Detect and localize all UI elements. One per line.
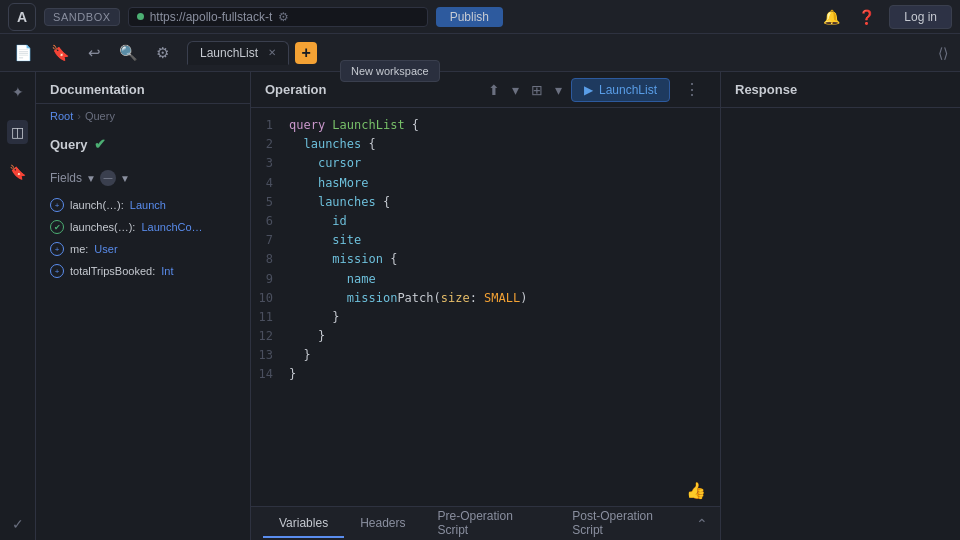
undo-icon[interactable]: ↩ [82, 40, 107, 66]
field-item[interactable]: + totalTripsBooked: Int [36, 260, 250, 282]
app-logo: A [8, 3, 36, 31]
line-number: 13 [251, 346, 289, 365]
operation-actions: ⬆ ▾ ⊞ ▾ ▶ LaunchList [485, 78, 670, 102]
field-type-label: User [94, 243, 117, 255]
doc-panel: Documentation Root › Query Query ✔ Field… [36, 72, 251, 540]
schema-icon[interactable]: ◫ [7, 120, 28, 144]
field-type-label: LaunchCo… [141, 221, 202, 233]
code-line: 4 hasMore [251, 174, 720, 193]
line-content: query LaunchList { [289, 116, 720, 135]
editor-panel: Operation ⬆ ▾ ⊞ ▾ ▶ LaunchList ⋮ 1query … [251, 72, 720, 540]
breadcrumb-separator: › [77, 110, 81, 122]
operation-title: Operation [265, 82, 477, 97]
bottom-tab-post-operation-script[interactable]: Post-Operation Script [556, 503, 696, 541]
field-name: launch(…): [70, 199, 124, 211]
field-type-icon: ✔ [50, 220, 64, 234]
fields-sort-icon[interactable]: ▼ [86, 173, 96, 184]
line-content: } [289, 346, 720, 365]
more-options-button[interactable]: ⋮ [678, 78, 706, 101]
url-bar[interactable]: https://apollo-fullstack-t ⚙ [128, 7, 428, 27]
tab-launchlist[interactable]: LaunchList ✕ [187, 41, 289, 65]
code-line: 7 site [251, 231, 720, 250]
bottom-tab-variables[interactable]: Variables [263, 510, 344, 538]
code-line: 11 } [251, 308, 720, 327]
field-type-icon: + [50, 198, 64, 212]
fields-filter-badge[interactable]: — [100, 170, 116, 186]
topbar: A SANDBOX https://apollo-fullstack-t ⚙ P… [0, 0, 960, 34]
doc-section-title: Query ✔ [50, 136, 236, 152]
fields-filter-icon[interactable]: ▼ [120, 173, 130, 184]
collapse-bottom-icon[interactable]: ⌃ [696, 516, 708, 532]
line-number: 11 [251, 308, 289, 327]
line-number: 2 [251, 135, 289, 154]
field-name: launches(…): [70, 221, 135, 233]
line-content: launches { [289, 193, 720, 212]
search-icon[interactable]: 🔍 [113, 40, 144, 66]
collapse-sidebar-button[interactable]: ⟨⟩ [934, 45, 952, 61]
expand-icon[interactable]: ▾ [509, 79, 522, 101]
bottom-tabs: VariablesHeadersPre-Operation ScriptPost… [251, 506, 720, 540]
line-content: id [289, 212, 720, 231]
line-number: 14 [251, 365, 289, 384]
response-title: Response [721, 72, 960, 108]
line-content: launches { [289, 135, 720, 154]
code-editor[interactable]: 1query LaunchList {2 launches {3 cursor4… [251, 108, 720, 475]
feedback-area: 👍 [251, 475, 720, 506]
code-line: 5 launches { [251, 193, 720, 212]
bookmark-icon[interactable]: 🔖 [45, 40, 76, 66]
code-line: 14} [251, 365, 720, 384]
code-line: 9 name [251, 270, 720, 289]
field-item[interactable]: + me: User [36, 238, 250, 260]
field-type-icon: + [50, 242, 64, 256]
sparkle-icon[interactable]: ✦ [8, 80, 28, 104]
code-line: 10 missionPatch(size: SMALL) [251, 289, 720, 308]
login-button[interactable]: Log in [889, 5, 952, 29]
line-number: 12 [251, 327, 289, 346]
url-text: https://apollo-fullstack-t [150, 10, 273, 24]
new-workspace-tooltip: New workspace [340, 60, 440, 82]
connection-status-dot [137, 13, 144, 20]
tab-label: LaunchList [200, 46, 258, 60]
field-type-icon: + [50, 264, 64, 278]
field-type-label: Launch [130, 199, 166, 211]
field-item[interactable]: ✔ launches(…): LaunchCo… [36, 216, 250, 238]
field-item[interactable]: + launch(…): Launch [36, 194, 250, 216]
editor-response-container: Operation ⬆ ▾ ⊞ ▾ ▶ LaunchList ⋮ 1query … [251, 72, 960, 540]
bookmark-sidebar-icon[interactable]: 🔖 [5, 160, 30, 184]
tab-close-icon[interactable]: ✕ [268, 47, 276, 58]
help-button[interactable]: ❓ [854, 5, 879, 29]
publish-button[interactable]: Publish [436, 7, 503, 27]
add-tab-button[interactable]: + [295, 42, 317, 64]
view-toggle-icon[interactable]: ▾ [552, 79, 565, 101]
field-name: totalTripsBooked: [70, 265, 155, 277]
document-icon[interactable]: 📄 [8, 40, 39, 66]
doc-header: Documentation [36, 72, 250, 104]
code-line: 8 mission { [251, 250, 720, 269]
fields-header: Fields ▼ — ▼ [36, 170, 250, 186]
bottom-tab-pre-operation-script[interactable]: Pre-Operation Script [422, 503, 557, 541]
line-content: site [289, 231, 720, 250]
doc-section: Query ✔ [36, 128, 250, 170]
collapse-icon[interactable]: ⟨⟩ [934, 41, 952, 65]
code-line: 2 launches { [251, 135, 720, 154]
code-line: 12 } [251, 327, 720, 346]
play-icon: ▶ [584, 83, 593, 97]
line-number: 6 [251, 212, 289, 231]
settings-icon[interactable]: ⚙ [150, 40, 175, 66]
view-icon[interactable]: ⊞ [528, 79, 546, 101]
line-number: 10 [251, 289, 289, 308]
response-panel: Response [720, 72, 960, 540]
line-content: mission { [289, 250, 720, 269]
notifications-button[interactable]: 🔔 [819, 5, 844, 29]
check-icon[interactable]: ✓ [8, 512, 28, 536]
feedback-icon[interactable]: 👍 [686, 481, 706, 500]
breadcrumb-root[interactable]: Root [50, 110, 73, 122]
line-number: 1 [251, 116, 289, 135]
bottom-tab-headers[interactable]: Headers [344, 510, 421, 538]
export-icon[interactable]: ⬆ [485, 79, 503, 101]
url-settings-icon[interactable]: ⚙ [278, 10, 289, 24]
fields-list: + launch(…): Launch ✔ launches(…): Launc… [36, 194, 250, 282]
breadcrumb: Root › Query [36, 104, 250, 128]
line-content: hasMore [289, 174, 720, 193]
run-button[interactable]: ▶ LaunchList [571, 78, 670, 102]
